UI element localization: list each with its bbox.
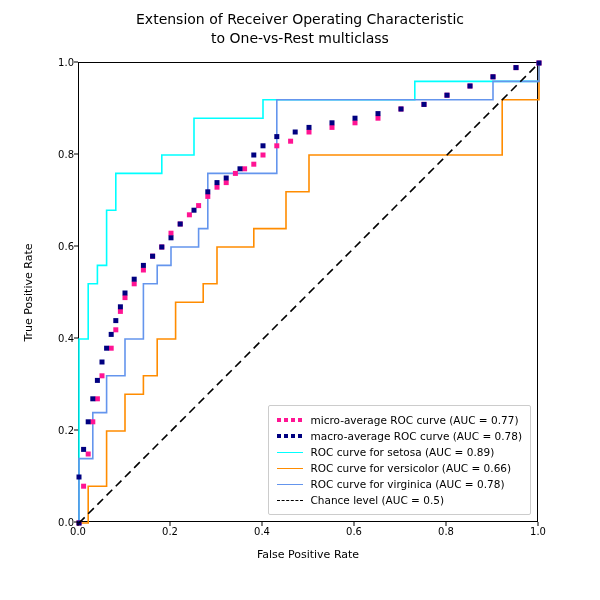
legend-item-micro: micro-average ROC curve (AUC = 0.77)	[277, 412, 522, 428]
roc-point	[376, 116, 381, 121]
legend-item-chance: Chance level (AUC = 0.5)	[277, 492, 522, 508]
roc-point	[445, 93, 450, 98]
figure: Extension of Receiver Operating Characte…	[0, 0, 600, 600]
y-tick-mark	[74, 338, 78, 339]
x-tick-label: 0.6	[346, 526, 362, 537]
roc-point	[132, 281, 137, 286]
roc-point	[491, 74, 496, 79]
roc-point	[104, 346, 109, 351]
roc-point	[178, 222, 183, 227]
roc-point	[109, 346, 114, 351]
roc-point	[224, 180, 229, 185]
roc-point	[468, 84, 473, 89]
x-tick-label: 1.0	[530, 526, 546, 537]
legend-swatch-virginica	[277, 478, 303, 490]
y-tick-label: 0.6	[50, 241, 74, 252]
roc-point	[118, 309, 123, 314]
y-axis-label: True Positive Rate	[18, 62, 38, 522]
roc-point	[274, 134, 279, 139]
x-tick-mark	[446, 522, 447, 526]
roc-point	[514, 65, 519, 70]
roc-point	[159, 245, 164, 250]
roc-point	[100, 360, 105, 365]
legend-swatch-versicolor	[277, 462, 303, 474]
roc-point	[330, 125, 335, 130]
y-tick-mark	[74, 522, 78, 523]
roc-point	[422, 102, 427, 107]
roc-point	[233, 171, 238, 176]
legend-label-versicolor: ROC curve for versicolor (AUC = 0.66)	[311, 460, 512, 476]
roc-point	[141, 263, 146, 268]
roc-point	[261, 143, 266, 148]
roc-point	[90, 396, 95, 401]
legend-swatch-micro	[277, 414, 303, 426]
roc-point	[242, 166, 247, 171]
chart-title-line-1: Extension of Receiver Operating Characte…	[136, 11, 464, 27]
roc-point	[399, 107, 404, 112]
roc-point	[293, 130, 298, 135]
y-tick-label: 0.2	[50, 425, 74, 436]
roc-point	[77, 475, 82, 480]
roc-point	[86, 419, 91, 424]
roc-point	[353, 120, 358, 125]
y-tick-mark	[74, 430, 78, 431]
x-tick-label: 0.2	[162, 526, 178, 537]
x-tick-label: 0.8	[438, 526, 454, 537]
y-tick-mark	[74, 154, 78, 155]
x-tick-mark	[354, 522, 355, 526]
legend-item-setosa: ROC curve for setosa (AUC = 0.89)	[277, 444, 522, 460]
x-tick-mark	[538, 522, 539, 526]
y-tick-label: 0.0	[50, 517, 74, 528]
legend-item-macro: macro-average ROC curve (AUC = 0.78)	[277, 428, 522, 444]
y-tick-mark	[74, 246, 78, 247]
roc-point	[288, 139, 293, 144]
roc-point	[141, 268, 146, 273]
roc-point	[353, 116, 358, 121]
legend-swatch-chance	[277, 494, 303, 506]
y-tick-label: 1.0	[50, 57, 74, 68]
legend-item-virginica: ROC curve for virginica (AUC = 0.78)	[277, 476, 522, 492]
roc-point	[90, 419, 95, 424]
legend: micro-average ROC curve (AUC = 0.77) mac…	[268, 405, 531, 515]
roc-point	[150, 254, 155, 259]
legend-item-versicolor: ROC curve for versicolor (AUC = 0.66)	[277, 460, 522, 476]
roc-point	[274, 143, 279, 148]
legend-label-macro: macro-average ROC curve (AUC = 0.78)	[311, 428, 522, 444]
roc-point	[113, 318, 118, 323]
roc-point	[113, 327, 118, 332]
roc-point	[81, 447, 86, 452]
roc-point	[261, 153, 266, 158]
roc-point	[123, 291, 128, 296]
y-axis-label-text: True Positive Rate	[22, 243, 35, 341]
roc-point	[251, 162, 256, 167]
legend-swatch-macro	[277, 430, 303, 442]
legend-label-chance: Chance level (AUC = 0.5)	[311, 492, 445, 508]
roc-point	[251, 153, 256, 158]
roc-point	[307, 125, 312, 130]
x-tick-label: 0.0	[70, 526, 86, 537]
roc-point	[86, 452, 91, 457]
roc-point	[215, 180, 220, 185]
roc-point	[215, 185, 220, 190]
roc-point	[132, 277, 137, 282]
roc-point	[192, 208, 197, 213]
y-tick-mark	[74, 62, 78, 63]
roc-point	[95, 396, 100, 401]
roc-point	[187, 212, 192, 217]
legend-label-virginica: ROC curve for virginica (AUC = 0.78)	[311, 476, 505, 492]
roc-point	[330, 120, 335, 125]
x-tick-mark	[170, 522, 171, 526]
roc-point	[109, 332, 114, 337]
chart-title-line-2: to One-vs-Rest multiclass	[211, 30, 389, 46]
y-tick-label: 0.8	[50, 149, 74, 160]
roc-point	[196, 203, 201, 208]
roc-point	[95, 378, 100, 383]
roc-point	[307, 130, 312, 135]
legend-label-micro: micro-average ROC curve (AUC = 0.77)	[311, 412, 519, 428]
x-tick-mark	[262, 522, 263, 526]
roc-point	[123, 295, 128, 300]
x-axis-label: False Positive Rate	[78, 548, 538, 561]
x-tick-label: 0.4	[254, 526, 270, 537]
legend-label-setosa: ROC curve for setosa (AUC = 0.89)	[311, 444, 495, 460]
roc-point	[81, 484, 86, 489]
